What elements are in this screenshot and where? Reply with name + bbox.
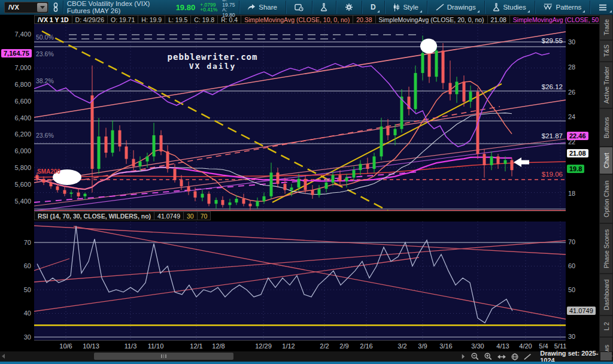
link-icon[interactable] bbox=[52, 2, 59, 12]
sidebar-tab-buttons[interactable]: Buttons bbox=[600, 109, 612, 146]
date-axis-label: 11/10 bbox=[142, 342, 169, 350]
analysis-tools-button[interactable] bbox=[315, 0, 332, 14]
date-axis-label: 12/29 bbox=[250, 342, 277, 350]
settings-button[interactable] bbox=[340, 0, 358, 14]
rsi-plot[interactable] bbox=[34, 222, 566, 340]
rsi-left-tick: 60 bbox=[0, 262, 31, 269]
date-axis-label: 3/16 bbox=[433, 342, 459, 350]
events-button[interactable] bbox=[290, 0, 308, 14]
sidebar-tab-dashboard[interactable]: Dashboard bbox=[600, 274, 612, 315]
time-scrollbar-thumb[interactable] bbox=[94, 353, 233, 360]
chart-style-icon bbox=[393, 4, 400, 11]
right-axis-tick: 24 bbox=[568, 113, 575, 120]
hamburger-menu-icon bbox=[599, 4, 607, 11]
calendar-clock-icon bbox=[295, 4, 304, 11]
expand-panel-icon[interactable] bbox=[461, 353, 466, 360]
statusbar-corner-box[interactable] bbox=[600, 352, 612, 360]
sidebar-tab-l-2[interactable]: L 2 bbox=[600, 316, 612, 336]
patterns-button[interactable]: Patterns bbox=[539, 0, 587, 14]
rsi-overbought-level[interactable]: 70 bbox=[198, 211, 211, 220]
main-chart-plot[interactable] bbox=[34, 24, 566, 211]
date-axis-label: 12/8 bbox=[205, 342, 232, 350]
rsi-right-tick: 30 bbox=[568, 333, 575, 340]
timeframe-button[interactable]: D bbox=[366, 0, 381, 14]
share-button[interactable]: Share bbox=[242, 0, 282, 14]
date-axis-label: 1/12 bbox=[275, 342, 302, 350]
axis-divider bbox=[34, 340, 566, 341]
pan-arrows-icon[interactable] bbox=[497, 354, 506, 360]
study-value[interactable]: 20.38 bbox=[353, 15, 375, 24]
left-axis-tick: 6,000 bbox=[0, 147, 31, 154]
quote-block: 19.80 +.0799 +0.41% B: 19.75 A: 19.80 bbox=[176, 0, 235, 17]
rsi-oversold-level[interactable]: 30 bbox=[184, 211, 198, 220]
date-axis-label: 10/6 bbox=[53, 342, 79, 350]
study-label[interactable]: SimpleMovingAvg (CLOSE, 10, 0, no) bbox=[241, 15, 353, 24]
date-axis-label: 2/16 bbox=[353, 342, 380, 350]
chart-bottom-tools: Drawing set: 2025-1024 bbox=[461, 352, 613, 361]
studies-button[interactable]: Studies bbox=[488, 0, 530, 14]
zoom-in-icon[interactable] bbox=[484, 352, 492, 361]
globe-icon[interactable] bbox=[511, 353, 518, 361]
rsi-left-tick: 40 bbox=[0, 310, 31, 317]
left-axis-tick: 5,800 bbox=[0, 164, 31, 171]
sidebar-tab-chart[interactable]: Chart bbox=[600, 147, 612, 174]
price-level-label: $29.55 bbox=[503, 37, 563, 44]
rsi-right-tick: 60 bbox=[568, 262, 575, 269]
left-axis-tick: 6,200 bbox=[0, 131, 31, 138]
symbol-value[interactable]: /VX bbox=[5, 4, 37, 11]
toolbar-menu-button[interactable] bbox=[594, 0, 613, 14]
instrument-description: CBOE Volatility Index (VIX) Futures (MAY… bbox=[67, 0, 170, 14]
date-axis-label: 3/30 bbox=[465, 342, 491, 350]
date-axis-label: 11/3 bbox=[117, 342, 144, 350]
right-price-badge: 22.46 bbox=[567, 132, 588, 140]
timeframe-value: D bbox=[371, 3, 376, 11]
flask-icon bbox=[320, 3, 327, 11]
right-axis-tick: 30 bbox=[568, 38, 575, 46]
sma200-label: SMA200 bbox=[37, 168, 60, 175]
rsi-study-label[interactable]: RSI (14, 70, 30, CLOSE, WILDERS, no) bbox=[34, 211, 154, 220]
date-axis-label: 5/11 bbox=[547, 342, 573, 350]
rsi-value[interactable]: 41.0749 bbox=[154, 211, 184, 220]
left-price-badge: 7,164.75 bbox=[1, 49, 32, 57]
sidebar-tab-active-trader[interactable]: Active Trader bbox=[600, 62, 612, 108]
price-level-label: $26.12 bbox=[503, 83, 563, 90]
symbol-dropdown-button[interactable] bbox=[37, 3, 47, 12]
left-axis-tick: 6,400 bbox=[0, 114, 31, 122]
left-axis-tick: 5,600 bbox=[0, 181, 31, 188]
scroll-left-arrow-icon[interactable] bbox=[2, 354, 5, 359]
drawings-button[interactable]: Drawings bbox=[431, 0, 481, 14]
price-level-label: $21.87 bbox=[503, 132, 563, 139]
sidebar-tab-t-s[interactable]: T&S bbox=[600, 41, 612, 61]
chart-header-row: /VX 1 Y 1DD: 4/29/26O: 19.71H: 19.9L: 19… bbox=[34, 15, 613, 24]
draw-line-icon[interactable] bbox=[524, 353, 531, 360]
left-axis-tick: 7,000 bbox=[0, 64, 31, 71]
right-axis-tick: 28 bbox=[568, 63, 575, 71]
sidebar-tab-phase-scores[interactable]: Phase Scores bbox=[600, 224, 612, 273]
sidebar-tab-option-chain[interactable]: Option Chain bbox=[600, 175, 612, 223]
left-axis-tick: 6,800 bbox=[0, 81, 31, 88]
toolbar-separator bbox=[63, 1, 63, 14]
left-axis-tick: 5,400 bbox=[0, 198, 31, 205]
rsi-header-row: RSI (14, 70, 30, CLOSE, WILDERS, no)41.0… bbox=[34, 211, 211, 220]
fib-level-label: 23.6% bbox=[36, 50, 54, 57]
date-axis-label: 10/13 bbox=[78, 342, 104, 350]
share-icon bbox=[247, 4, 256, 11]
study-label[interactable]: SimpleMovingAvg (CLOSE, 20, 0, no) bbox=[376, 15, 488, 24]
zoom-out-icon[interactable] bbox=[471, 352, 479, 361]
ohlc-field[interactable]: D: 4/29/26 bbox=[72, 15, 108, 24]
symbol-input[interactable]: /VX bbox=[4, 2, 48, 13]
sidebar-tab-trade[interactable]: Trade bbox=[600, 14, 612, 40]
style-button[interactable]: Style bbox=[388, 0, 423, 14]
ohlc-field[interactable]: H: 19.9 bbox=[138, 15, 165, 24]
change-percent: +0.41% bbox=[200, 7, 217, 13]
study-label[interactable]: SimpleMovingAvg (CLOSE, 50, 0,... bbox=[510, 15, 613, 24]
ohlc-field[interactable]: O: 19.71 bbox=[108, 15, 138, 24]
chart-symbol-timeframe[interactable]: /VX 1 Y 1D bbox=[34, 15, 72, 24]
thinkorswim-window: /VX CBOE Volatility Index (VIX) Futures … bbox=[0, 0, 613, 364]
study-value[interactable]: 21.08 bbox=[488, 15, 510, 24]
last-price: 19.80 bbox=[176, 3, 196, 12]
price-level-label: $19.06 bbox=[503, 171, 563, 178]
date-axis-label: 3/9 bbox=[409, 342, 436, 350]
change-block: +.0799 +0.41% bbox=[200, 2, 217, 13]
right-price-badge: 19.8 bbox=[567, 165, 584, 173]
